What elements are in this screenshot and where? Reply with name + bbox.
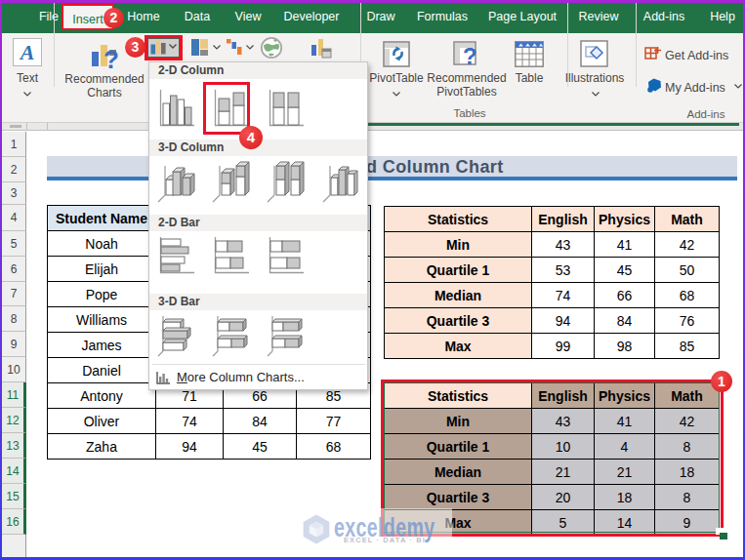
svg-text:?: ? <box>103 45 119 71</box>
svg-text:?: ? <box>463 43 477 67</box>
